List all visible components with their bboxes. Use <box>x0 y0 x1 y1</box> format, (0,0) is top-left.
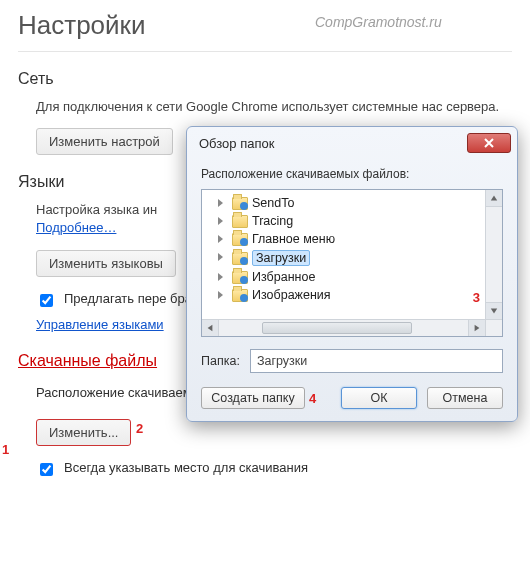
scroll-up-button[interactable] <box>486 190 502 207</box>
vertical-scrollbar[interactable] <box>485 190 502 319</box>
expander-icon[interactable] <box>216 272 226 282</box>
tree-item[interactable]: Изображения <box>202 286 502 304</box>
folder-tree[interactable]: SendToTracingГлавное менюЗагрузкиИзбранн… <box>201 189 503 337</box>
languages-desc: Настройка языка ин <box>36 202 157 217</box>
dialog-subtitle: Расположение скачиваемых файлов: <box>201 167 503 181</box>
network-desc: Для подключения к сети Google Chrome исп… <box>18 98 512 116</box>
offer-translate-checkbox[interactable] <box>40 294 53 307</box>
ok-button[interactable]: ОК <box>341 387 417 409</box>
dialog-titlebar[interactable]: Обзор папок <box>187 127 517 157</box>
scroll-right-button[interactable] <box>468 320 485 336</box>
folder-icon <box>232 252 248 265</box>
browse-folder-dialog: Обзор папок Расположение скачиваемых фай… <box>186 126 518 422</box>
annotation-4: 4 <box>309 391 316 406</box>
annotation-1: 1 <box>2 442 9 457</box>
tree-item[interactable]: Tracing <box>202 212 502 230</box>
dialog-close-button[interactable] <box>467 133 511 153</box>
tree-item[interactable]: SendTo <box>202 194 502 212</box>
learn-more-link[interactable]: Подробнее… <box>36 220 116 235</box>
change-download-location-button[interactable]: Изменить... <box>36 419 131 446</box>
tree-item-label: Загрузки <box>252 250 310 266</box>
expander-icon[interactable] <box>216 290 226 300</box>
expander-icon[interactable] <box>216 252 226 262</box>
watermark: CompGramotnost.ru <box>315 14 442 30</box>
tree-item-label: Изображения <box>252 288 331 302</box>
scroll-down-button[interactable] <box>486 302 502 319</box>
tree-item-label: Главное меню <box>252 232 335 246</box>
scroll-left-button[interactable] <box>202 320 219 336</box>
dialog-title: Обзор папок <box>199 136 274 151</box>
folder-icon <box>232 289 248 302</box>
expander-icon[interactable] <box>216 234 226 244</box>
annotation-3: 3 <box>473 290 480 305</box>
annotation-2: 2 <box>136 421 143 436</box>
folder-name-input[interactable] <box>250 349 503 373</box>
create-folder-button[interactable]: Создать папку <box>201 387 305 409</box>
always-ask-location-label: Всегда указывать место для скачивания <box>64 460 308 475</box>
expander-icon[interactable] <box>216 216 226 226</box>
close-icon <box>484 138 494 148</box>
tree-item[interactable]: Главное меню <box>202 230 502 248</box>
always-ask-location-checkbox[interactable] <box>40 463 53 476</box>
change-proxy-button[interactable]: Изменить настрой <box>36 128 173 155</box>
folder-icon <box>232 197 248 210</box>
folder-field-label: Папка: <box>201 354 240 368</box>
section-network-heading: Сеть <box>18 70 512 88</box>
tree-item-label: Избранное <box>252 270 315 284</box>
folder-icon <box>232 233 248 246</box>
scrollbar-thumb[interactable] <box>262 322 412 334</box>
folder-icon <box>232 215 248 228</box>
tree-item[interactable]: Избранное <box>202 268 502 286</box>
tree-item[interactable]: Загрузки <box>202 248 502 268</box>
cancel-button[interactable]: Отмена <box>427 387 503 409</box>
expander-icon[interactable] <box>216 198 226 208</box>
tree-item-label: SendTo <box>252 196 294 210</box>
tree-item-label: Tracing <box>252 214 293 228</box>
scrollbar-corner <box>485 319 502 336</box>
manage-languages-link[interactable]: Управление языками <box>36 317 164 332</box>
folder-icon <box>232 271 248 284</box>
horizontal-scrollbar[interactable] <box>202 319 502 336</box>
change-language-button[interactable]: Изменить языковы <box>36 250 176 277</box>
